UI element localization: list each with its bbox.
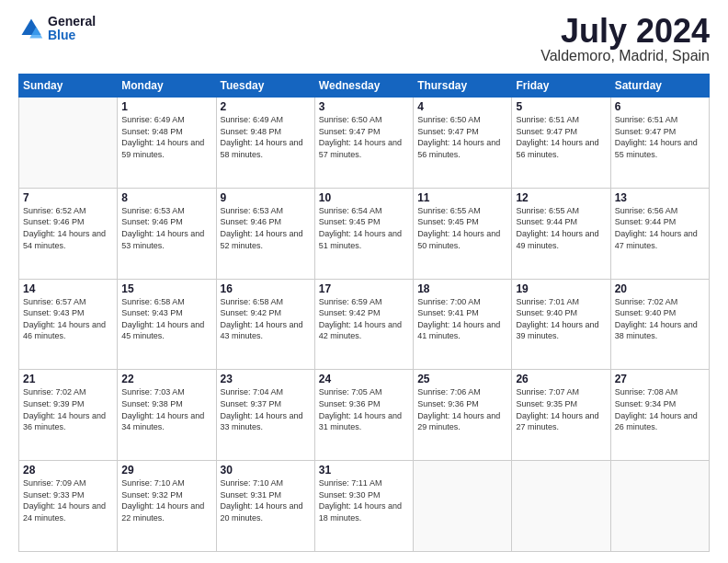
week-row-1: 1Sunrise: 6:49 AM Sunset: 9:48 PM Daylig… [19,98,710,189]
page: General Blue July 2024 Valdemoro, Madrid… [0,0,728,563]
cell-info: Sunrise: 7:02 AM Sunset: 9:40 PM Dayligh… [615,296,705,342]
table-cell: 25Sunrise: 7:06 AM Sunset: 9:36 PM Dayli… [414,370,512,461]
day-number: 8 [121,191,211,204]
table-cell: 2Sunrise: 6:49 AM Sunset: 9:48 PM Daylig… [216,98,314,189]
day-number: 26 [516,373,606,385]
cell-info: Sunrise: 7:02 AM Sunset: 9:39 PM Dayligh… [23,386,113,432]
header-thursday: Thursday [414,75,512,98]
table-cell: 5Sunrise: 6:51 AM Sunset: 9:47 PM Daylig… [512,98,610,189]
cell-info: Sunrise: 7:04 AM Sunset: 9:37 PM Dayligh… [221,386,311,432]
cell-info: Sunrise: 6:57 AM Sunset: 9:43 PM Dayligh… [23,296,113,342]
calendar-table: Sunday Monday Tuesday Wednesday Thursday… [18,74,710,552]
table-cell: 24Sunrise: 7:05 AM Sunset: 9:36 PM Dayli… [314,370,413,461]
day-number: 13 [615,191,705,204]
day-number: 28 [23,464,113,477]
cell-info: Sunrise: 6:58 AM Sunset: 9:43 PM Dayligh… [121,296,211,342]
logo: General Blue [18,15,96,43]
day-number: 30 [221,464,311,477]
table-cell: 20Sunrise: 7:02 AM Sunset: 9:40 PM Dayli… [610,279,709,370]
cell-info: Sunrise: 7:11 AM Sunset: 9:30 PM Dayligh… [319,477,409,523]
weekday-header-row: Sunday Monday Tuesday Wednesday Thursday… [19,75,710,98]
day-number: 24 [319,373,409,385]
cell-info: Sunrise: 6:50 AM Sunset: 9:47 PM Dayligh… [319,114,409,160]
table-cell: 7Sunrise: 6:52 AM Sunset: 9:46 PM Daylig… [19,188,118,279]
table-cell: 6Sunrise: 6:51 AM Sunset: 9:47 PM Daylig… [610,98,709,189]
table-cell: 22Sunrise: 7:03 AM Sunset: 9:38 PM Dayli… [118,370,216,461]
week-row-5: 28Sunrise: 7:09 AM Sunset: 9:33 PM Dayli… [19,461,710,552]
header-saturday: Saturday [610,75,709,98]
day-number: 16 [221,282,311,295]
cell-info: Sunrise: 6:54 AM Sunset: 9:45 PM Dayligh… [319,205,409,251]
day-number: 12 [516,191,606,204]
table-cell: 10Sunrise: 6:54 AM Sunset: 9:45 PM Dayli… [314,188,413,279]
table-cell: 13Sunrise: 6:56 AM Sunset: 9:44 PM Dayli… [610,188,709,279]
day-number: 10 [319,191,409,204]
cell-info: Sunrise: 6:49 AM Sunset: 9:48 PM Dayligh… [121,114,211,160]
header-wednesday: Wednesday [314,75,413,98]
cell-info: Sunrise: 6:50 AM Sunset: 9:47 PM Dayligh… [417,114,507,160]
cell-info: Sunrise: 6:52 AM Sunset: 9:46 PM Dayligh… [23,205,113,251]
cell-info: Sunrise: 7:01 AM Sunset: 9:40 PM Dayligh… [516,296,606,342]
day-number: 19 [516,282,606,295]
day-number: 25 [417,373,507,385]
cell-info: Sunrise: 6:58 AM Sunset: 9:42 PM Dayligh… [221,296,311,342]
day-number: 23 [221,373,311,385]
day-number: 21 [23,373,113,385]
table-cell: 4Sunrise: 6:50 AM Sunset: 9:47 PM Daylig… [414,98,512,189]
day-number: 1 [121,100,211,113]
header-sunday: Sunday [19,75,118,98]
table-cell [19,98,118,189]
logo-text: General Blue [48,15,96,43]
title-block: July 2024 Valdemoro, Madrid, Spain [540,15,710,64]
table-cell: 28Sunrise: 7:09 AM Sunset: 9:33 PM Dayli… [19,461,118,552]
table-cell: 14Sunrise: 6:57 AM Sunset: 9:43 PM Dayli… [19,279,118,370]
table-cell [414,461,512,552]
calendar-subtitle: Valdemoro, Madrid, Spain [540,48,710,64]
cell-info: Sunrise: 6:49 AM Sunset: 9:48 PM Dayligh… [221,114,311,160]
day-number: 18 [417,282,507,295]
day-number: 15 [121,282,211,295]
week-row-4: 21Sunrise: 7:02 AM Sunset: 9:39 PM Dayli… [19,370,710,461]
day-number: 9 [221,191,311,204]
table-cell: 27Sunrise: 7:08 AM Sunset: 9:34 PM Dayli… [610,370,709,461]
table-cell: 21Sunrise: 7:02 AM Sunset: 9:39 PM Dayli… [19,370,118,461]
cell-info: Sunrise: 7:10 AM Sunset: 9:31 PM Dayligh… [221,477,311,523]
table-cell: 23Sunrise: 7:04 AM Sunset: 9:37 PM Dayli… [216,370,314,461]
table-cell: 3Sunrise: 6:50 AM Sunset: 9:47 PM Daylig… [314,98,413,189]
day-number: 2 [221,100,311,113]
table-cell: 11Sunrise: 6:55 AM Sunset: 9:45 PM Dayli… [414,188,512,279]
day-number: 31 [319,464,409,477]
table-cell [512,461,610,552]
table-cell: 19Sunrise: 7:01 AM Sunset: 9:40 PM Dayli… [512,279,610,370]
table-cell: 31Sunrise: 7:11 AM Sunset: 9:30 PM Dayli… [314,461,413,552]
table-cell: 26Sunrise: 7:07 AM Sunset: 9:35 PM Dayli… [512,370,610,461]
week-row-3: 14Sunrise: 6:57 AM Sunset: 9:43 PM Dayli… [19,279,710,370]
day-number: 14 [23,282,113,295]
cell-info: Sunrise: 7:07 AM Sunset: 9:35 PM Dayligh… [516,386,606,432]
calendar-title: July 2024 [540,15,710,48]
header-monday: Monday [118,75,216,98]
cell-info: Sunrise: 7:05 AM Sunset: 9:36 PM Dayligh… [319,386,409,432]
table-cell: 1Sunrise: 6:49 AM Sunset: 9:48 PM Daylig… [118,98,216,189]
cell-info: Sunrise: 7:09 AM Sunset: 9:33 PM Dayligh… [23,477,113,523]
cell-info: Sunrise: 6:51 AM Sunset: 9:47 PM Dayligh… [516,114,606,160]
table-cell: 8Sunrise: 6:53 AM Sunset: 9:46 PM Daylig… [118,188,216,279]
day-number: 11 [417,191,507,204]
day-number: 17 [319,282,409,295]
table-cell: 15Sunrise: 6:58 AM Sunset: 9:43 PM Dayli… [118,279,216,370]
table-cell: 17Sunrise: 6:59 AM Sunset: 9:42 PM Dayli… [314,279,413,370]
header-friday: Friday [512,75,610,98]
cell-info: Sunrise: 7:00 AM Sunset: 9:41 PM Dayligh… [417,296,507,342]
week-row-2: 7Sunrise: 6:52 AM Sunset: 9:46 PM Daylig… [19,188,710,279]
cell-info: Sunrise: 7:06 AM Sunset: 9:36 PM Dayligh… [417,386,507,432]
cell-info: Sunrise: 6:53 AM Sunset: 9:46 PM Dayligh… [121,205,211,251]
day-number: 22 [121,373,211,385]
cell-info: Sunrise: 6:55 AM Sunset: 9:45 PM Dayligh… [417,205,507,251]
day-number: 29 [121,464,211,477]
table-cell [610,461,709,552]
table-cell: 30Sunrise: 7:10 AM Sunset: 9:31 PM Dayli… [216,461,314,552]
cell-info: Sunrise: 6:56 AM Sunset: 9:44 PM Dayligh… [615,205,705,251]
table-cell: 29Sunrise: 7:10 AM Sunset: 9:32 PM Dayli… [118,461,216,552]
day-number: 7 [23,191,113,204]
table-cell: 16Sunrise: 6:58 AM Sunset: 9:42 PM Dayli… [216,279,314,370]
